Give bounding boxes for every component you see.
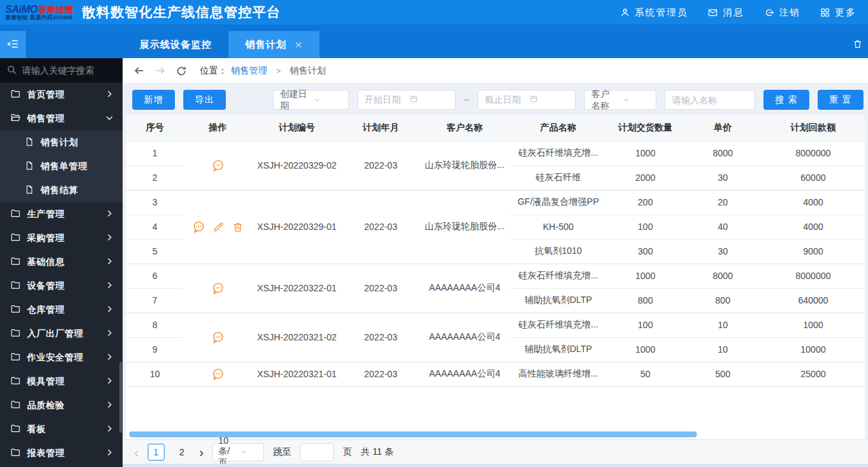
- date-range-separator: ~: [464, 95, 469, 105]
- sidebar-item-10[interactable]: 入厂出厂管理: [0, 322, 123, 346]
- user-icon: [620, 7, 631, 18]
- chevron-right-icon: [105, 233, 114, 244]
- sidebar-menu: 首页管理销售管理销售计划销售单管理销售结算生产管理采购管理基础信息设备管理仓库管…: [0, 83, 123, 467]
- column-header: 序号: [126, 115, 184, 141]
- logout-button[interactable]: 注销: [763, 6, 800, 19]
- sidebar-item-label: 销售单管理: [41, 161, 114, 172]
- cell-plan-month: 2022-03: [342, 141, 419, 190]
- name-search-input[interactable]: [665, 90, 755, 110]
- delete-icon[interactable]: [232, 221, 244, 233]
- cell-customer: AAAAAAAA公司4: [419, 264, 510, 313]
- page-1-button[interactable]: 1: [148, 444, 165, 461]
- sidebar-item-14[interactable]: 看板: [0, 417, 123, 441]
- comment-icon[interactable]: [211, 282, 225, 295]
- table-row[interactable]: 1XSJH-20220329-022022-03山东玲珑轮胎股份...硅灰石纤维…: [126, 141, 865, 165]
- cell-price: 10: [684, 313, 762, 337]
- prev-page-button[interactable]: ‹: [134, 446, 139, 459]
- sidebar: 首页管理销售管理销售计划销售单管理销售结算生产管理采购管理基础信息设备管理仓库管…: [0, 58, 123, 467]
- column-header: 计划年月: [342, 115, 419, 141]
- messages-button[interactable]: 消息: [707, 6, 744, 19]
- refresh-button[interactable]: [176, 65, 187, 77]
- sidebar-item-7[interactable]: 基础信息: [0, 250, 123, 274]
- sidebar-item-0[interactable]: 首页管理: [0, 83, 123, 107]
- cell-amount: 25000: [762, 362, 865, 386]
- page-title: 散料数智化生产线信息管控平台: [82, 3, 281, 21]
- sidebar-item-5[interactable]: 生产管理: [0, 202, 123, 226]
- sidebar-item-9[interactable]: 仓库管理: [0, 298, 123, 322]
- sidebar-item-13[interactable]: 品质检验: [0, 393, 123, 417]
- sidebar-item-8[interactable]: 设备管理: [0, 274, 123, 298]
- cell-seq: 10: [126, 362, 184, 386]
- folder-icon: [10, 280, 21, 292]
- table-row[interactable]: 10XSJH-20220321-012022-03AAAAAAAA公司4高性能玻…: [126, 362, 865, 386]
- user-menu[interactable]: 系统管理员: [620, 6, 689, 19]
- end-date-input[interactable]: 截止日期: [478, 90, 576, 110]
- logo-saimo-text: SAiMO: [5, 4, 37, 15]
- cell-qty: 300: [607, 239, 684, 264]
- sidebar-item-3[interactable]: 销售单管理: [0, 154, 123, 178]
- chevron-down-icon: [105, 114, 114, 124]
- app-window: SAiMO赛摩雄鹰 赛摩智能 股票代码300466 散料数智化生产线信息管控平台…: [0, 0, 868, 467]
- table-row[interactable]: 8XSJH-20220321-022022-03AAAAAAAA公司4硅灰石纤维…: [126, 313, 865, 337]
- cell-product: 抗氧剂1010: [510, 239, 607, 264]
- folder-icon: [10, 351, 21, 364]
- folder-open-icon: [10, 112, 21, 125]
- comment-icon[interactable]: [192, 220, 205, 234]
- sidebar-collapse-button[interactable]: [0, 31, 26, 58]
- search-input[interactable]: [22, 65, 112, 76]
- cell-seq: 9: [126, 337, 184, 362]
- next-page-button[interactable]: ›: [199, 446, 204, 459]
- cell-plan-month: 2022-03: [342, 190, 419, 264]
- jump-page-input[interactable]: [300, 443, 334, 461]
- more-button[interactable]: 更多: [820, 6, 856, 19]
- edit-icon[interactable]: [212, 221, 225, 233]
- cell-product: GF/液晶复合增强PP: [510, 190, 607, 214]
- main-content: 位置： 销售管理 > 销售计划 新增 导出 创建日期 开始日期 ~ 截止日期: [123, 58, 868, 467]
- page-2-button[interactable]: 2: [174, 444, 190, 461]
- reset-button[interactable]: 重 置: [818, 90, 863, 110]
- sidebar-item-label: 设备管理: [27, 280, 99, 292]
- export-button[interactable]: 导出: [183, 90, 226, 110]
- sidebar-scrollbar[interactable]: [119, 362, 122, 433]
- bottom-strip: [123, 464, 868, 467]
- comment-icon[interactable]: [211, 368, 225, 381]
- comment-icon[interactable]: [211, 159, 225, 172]
- sidebar-item-2[interactable]: 销售计划: [0, 130, 123, 154]
- forward-button[interactable]: [154, 65, 167, 77]
- toolbar: 新增 导出 创建日期 开始日期 ~ 截止日期 客户名称 搜 索 重 置: [123, 85, 868, 115]
- sidebar-item-6[interactable]: 采购管理: [0, 226, 123, 250]
- table-row[interactable]: 6XSJH-20220322-012022-03AAAAAAAA公司4硅灰石纤维…: [126, 264, 865, 288]
- folder-icon: [10, 375, 21, 388]
- sidebar-item-11[interactable]: 作业安全管理: [0, 346, 123, 369]
- sidebar-item-12[interactable]: 模具管理: [0, 369, 123, 393]
- folder-icon: [10, 423, 21, 435]
- column-header: 计划编号: [252, 115, 342, 141]
- breadcrumb-parent-link[interactable]: 销售管理: [231, 65, 267, 77]
- tab-device-monitor[interactable]: 展示线设备监控: [123, 31, 228, 58]
- clear-tabs-button[interactable]: [853, 39, 863, 51]
- cell-seq: 2: [126, 165, 184, 190]
- cell-price: 500: [684, 362, 762, 386]
- start-date-input[interactable]: 开始日期: [358, 90, 456, 110]
- sidebar-search[interactable]: [0, 58, 123, 83]
- comment-icon[interactable]: [211, 331, 225, 344]
- back-button[interactable]: [133, 65, 145, 77]
- search-button[interactable]: 搜 索: [763, 90, 809, 110]
- cell-amount: 640000: [762, 288, 865, 313]
- file-icon: [25, 185, 34, 196]
- cell-product: KH-500: [510, 214, 607, 239]
- cell-product: 辅助抗氧剂DLTP: [510, 337, 607, 362]
- sidebar-item-1[interactable]: 销售管理: [0, 107, 123, 130]
- customer-select[interactable]: 客户名称: [584, 90, 656, 110]
- page-size-select[interactable]: 10 条/页: [212, 443, 264, 461]
- create-date-select[interactable]: 创建日期: [273, 90, 349, 110]
- tab-sales-plan[interactable]: 销售计划: [228, 31, 319, 58]
- column-header: 操作: [184, 115, 252, 141]
- cell-amount: 4000: [762, 190, 865, 214]
- table-row[interactable]: 3XSJH-20220329-012022-03山东玲珑轮胎股份...GF/液晶…: [126, 190, 865, 214]
- horizontal-scrollbar-thumb[interactable]: [129, 431, 697, 437]
- close-icon[interactable]: [294, 41, 303, 49]
- sidebar-item-4[interactable]: 销售结算: [0, 178, 123, 202]
- sidebar-item-15[interactable]: 报表管理: [0, 441, 123, 465]
- add-button[interactable]: 新增: [132, 90, 175, 110]
